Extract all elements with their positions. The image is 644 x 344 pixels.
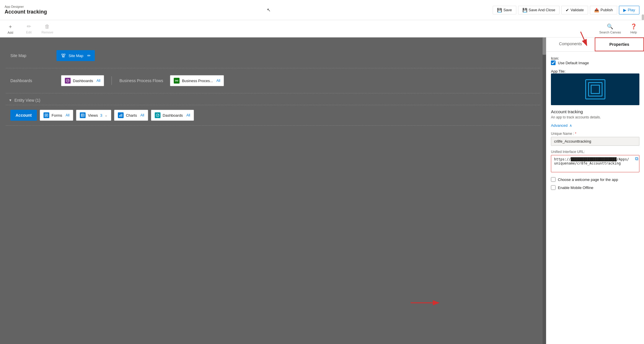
sitemap-label: Site Map: [69, 54, 83, 58]
remove-tool[interactable]: 🗑 Remove: [41, 24, 53, 34]
save-button[interactable]: 💾 Save: [493, 6, 516, 14]
dashboards2-icon: [155, 112, 160, 118]
views-box[interactable]: Views 3 ⌄: [76, 110, 111, 121]
dashboards2-box[interactable]: Dashboards All: [151, 110, 194, 121]
save-and-close-button[interactable]: 💾 Save And Close: [518, 6, 560, 14]
svg-point-23: [157, 115, 158, 116]
bpf-badge: All: [216, 79, 220, 83]
entity-view-header: ▼ Entity View (1): [6, 93, 540, 105]
app-tile: [551, 73, 639, 105]
dashboards-icon: [65, 78, 71, 84]
edit-icon: ✏: [27, 23, 31, 30]
top-bar: App Designer Account tracking ↖ 💾 Save 💾…: [0, 0, 644, 20]
app-name-text: Account tracking: [551, 109, 639, 114]
svg-point-7: [67, 80, 68, 81]
forms-box[interactable]: Forms All: [40, 110, 73, 121]
svg-rect-21: [122, 114, 122, 117]
canvas-scroll[interactable]: Site Map Site Map ✏ Dashboards: [0, 37, 546, 344]
add-tool[interactable]: ＋ Add: [5, 23, 16, 34]
mobile-offline-label: Enable Mobile Offline: [558, 186, 593, 190]
welcome-page-checkbox[interactable]: [551, 177, 556, 182]
svg-point-8: [175, 80, 176, 81]
edit-tool[interactable]: ✏ Edit: [23, 23, 35, 34]
dashboards-box[interactable]: Dashboards All: [61, 75, 104, 86]
canvas-area: Site Map Site Map ✏ Dashboards: [0, 37, 546, 344]
app-tile-section: App Tile:: [551, 69, 639, 105]
views-count: 3: [100, 113, 102, 118]
search-canvas-tool[interactable]: 🔍 Search Canvas: [599, 23, 621, 34]
sitemap-section-label: Site Map: [10, 53, 56, 58]
views-chevron-icon[interactable]: ⌄: [105, 113, 107, 117]
entity-view-label: Entity View (1): [14, 98, 40, 103]
sitemap-icon: [61, 53, 66, 58]
search-icon: 🔍: [607, 23, 613, 30]
remove-icon: 🗑: [45, 24, 50, 30]
panel-content: Icon: Use Default Image App Tile:: [546, 52, 644, 344]
sitemap-row: Site Map Site Map ✏: [6, 43, 540, 68]
forms-badge: All: [66, 113, 69, 117]
sitemap-content: Site Map ✏: [56, 50, 95, 61]
publish-icon: 📤: [594, 8, 599, 12]
dashboards-badge: All: [97, 79, 100, 83]
top-bar-actions: 💾 Save 💾 Save And Close ✔ Validate 📤 Pub…: [493, 6, 639, 14]
svg-rect-15: [81, 114, 84, 117]
app-name-section: Account tracking An app to track account…: [551, 109, 639, 119]
help-tool[interactable]: ❓ Help: [628, 23, 639, 34]
dashboards-section-label: Dashboards: [10, 78, 56, 83]
svg-rect-0: [62, 54, 63, 55]
account-button[interactable]: Account: [10, 110, 37, 121]
svg-point-9: [177, 80, 178, 81]
forms-label: Forms: [52, 113, 62, 118]
mobile-offline-checkbox[interactable]: [551, 185, 556, 190]
bpf-icon: [174, 78, 180, 84]
svg-rect-19: [119, 115, 120, 117]
icon-section: Icon: Use Default Image: [551, 56, 639, 65]
main-layout: Site Map Site Map ✏ Dashboards: [0, 37, 644, 344]
advanced-link[interactable]: Advanced ∧: [551, 123, 639, 128]
components-tab[interactable]: Components: [546, 37, 595, 51]
use-default-image-checkbox[interactable]: [551, 61, 556, 65]
dashboards2-badge: All: [186, 113, 190, 117]
views-label: Views: [88, 113, 98, 118]
red-arrow-canvas: [408, 297, 442, 309]
sitemap-edit-icon[interactable]: ✏: [87, 53, 91, 58]
use-default-image-row: Use Default Image: [551, 61, 639, 65]
unique-name-label: Unique Name :: [551, 132, 639, 136]
forms-icon: [44, 112, 49, 118]
views-icon: [80, 112, 86, 118]
unique-name-field: Unique Name :: [551, 132, 639, 146]
dashboards-content: Dashboards All: [61, 75, 104, 86]
bpf-section-label: Business Process Flows: [119, 78, 165, 83]
properties-tab[interactable]: Properties: [595, 37, 644, 51]
unique-name-input[interactable]: [551, 137, 639, 146]
dashboards-row: Dashboards Dashboards All Business Proce…: [6, 68, 540, 93]
icon-label: Icon:: [551, 56, 559, 61]
play-button[interactable]: ▶ Play: [619, 6, 639, 14]
panel-tabs: Components Properties: [546, 37, 644, 52]
bpf-box[interactable]: Business Proces... All: [170, 75, 224, 86]
charts-badge: All: [140, 113, 144, 117]
publish-button[interactable]: 📤 Publish: [590, 6, 617, 14]
bpf-content: Business Proces... All: [170, 75, 224, 86]
charts-box[interactable]: Charts All: [114, 110, 148, 121]
mobile-offline-row: Enable Mobile Offline: [551, 185, 639, 190]
svg-rect-20: [120, 114, 121, 117]
add-icon: ＋: [8, 23, 13, 30]
sitemap-box[interactable]: Site Map ✏: [56, 50, 95, 61]
app-tile-label: App Tile:: [551, 69, 566, 73]
save-close-icon: 💾: [522, 8, 527, 12]
toolbar: ＋ Add ✏ Edit 🗑 Remove 🔍 Search Canvas ❓ …: [0, 20, 644, 37]
charts-label: Charts: [126, 113, 137, 118]
entity-chevron-icon[interactable]: ▼: [9, 98, 12, 102]
validate-button[interactable]: ✔ Validate: [561, 6, 588, 14]
unified-url-input[interactable]: https://██████████████████████/Apps/uniq…: [551, 155, 639, 172]
cursor-icon: ↖: [267, 7, 271, 13]
validate-icon: ✔: [566, 8, 569, 12]
dashboards2-label: Dashboards: [163, 113, 183, 118]
url-copy-button[interactable]: ⧉: [635, 156, 638, 161]
url-field-wrap: https://██████████████████████/Apps/uniq…: [551, 155, 639, 173]
advanced-label: Advanced: [551, 123, 568, 128]
charts-icon: [118, 112, 124, 118]
bpf-label: Business Proces...: [182, 79, 213, 83]
toolbar-right: 🔍 Search Canvas ❓ Help: [599, 23, 639, 34]
